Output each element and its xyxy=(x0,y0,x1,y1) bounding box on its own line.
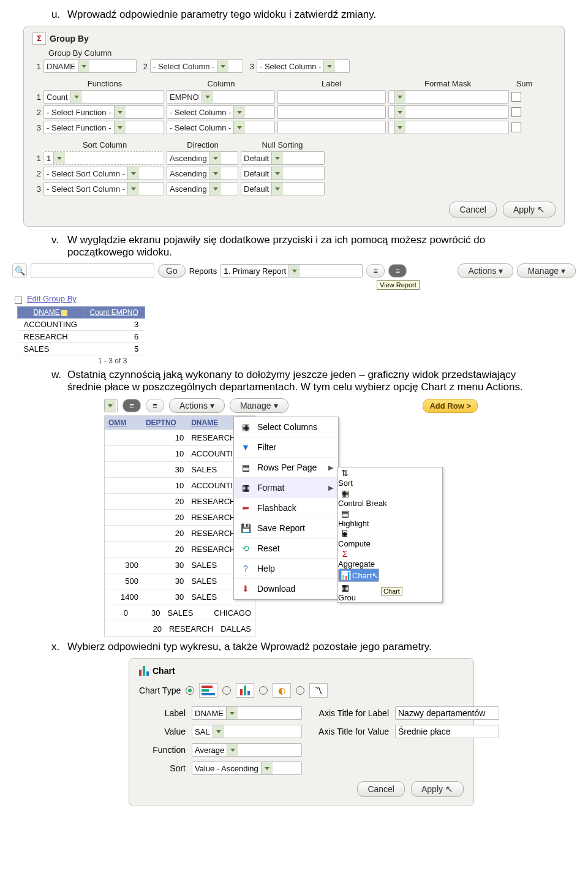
radio-pie[interactable] xyxy=(259,686,268,695)
sort-header: Sort Column Direction Null Sorting xyxy=(32,140,556,149)
group-col2[interactable]: - Select Column - xyxy=(150,59,243,73)
axis-value-input[interactable]: Średnie płace xyxy=(395,725,499,738)
radio-vbar[interactable] xyxy=(222,686,231,695)
mi-download[interactable]: ⬇Download xyxy=(234,579,338,599)
view-toggle-active[interactable]: ≡ xyxy=(123,399,141,412)
label1[interactable] xyxy=(277,90,386,104)
func1[interactable]: Count xyxy=(43,90,164,104)
chart-value[interactable]: SAL xyxy=(192,725,302,738)
highlight-icon: ▤ xyxy=(338,508,352,519)
chevron-down-icon[interactable] xyxy=(217,60,228,72)
col-dname[interactable]: DNAME xyxy=(18,307,83,319)
mi-highlight[interactable]: ▤Highlight xyxy=(338,508,442,528)
mi-aggregate[interactable]: ΣAggregate xyxy=(338,548,442,569)
mi-filter[interactable]: ▼Filter xyxy=(234,437,338,458)
mi-flashback[interactable]: ⬅Flashback xyxy=(234,498,338,518)
search-icon[interactable]: 🔍 xyxy=(12,263,27,278)
label2[interactable] xyxy=(277,105,386,119)
grid-header: OMM DEPTNO DNAME xyxy=(105,416,255,429)
mi-sort[interactable]: ⇅Sort xyxy=(338,467,442,488)
add-row-button[interactable]: Add Row > xyxy=(423,399,478,413)
group-by-panel: Σ Group By Group By Column 1 DNAME 2 - S… xyxy=(23,26,565,227)
view-report-tooltip: View Report xyxy=(377,280,420,290)
flashback-icon: ⬅ xyxy=(239,502,252,513)
manage-button2[interactable]: Manage ▾ xyxy=(230,398,288,413)
dir1[interactable]: Ascending xyxy=(167,151,238,165)
table-row: 140030SALES xyxy=(105,589,255,605)
mi-format[interactable]: ▦Format▶ xyxy=(234,478,338,498)
format-submenu: ⇅Sort ▦Control Break ▤Highlight 🖩Compute… xyxy=(337,467,443,603)
group-col3[interactable]: - Select Column - xyxy=(257,59,350,73)
col-count[interactable]: Count EMPNO xyxy=(83,307,145,319)
columns-icon: ▦ xyxy=(239,421,252,433)
radio-line[interactable] xyxy=(296,686,304,695)
view-toggle[interactable]: ≡ xyxy=(146,399,164,412)
chart-func[interactable]: Average xyxy=(192,743,302,757)
sum3-checkbox[interactable] xyxy=(511,123,521,132)
reports-label: Reports xyxy=(189,266,217,276)
actions-button2[interactable]: Actions ▾ xyxy=(169,398,225,413)
mask3[interactable] xyxy=(388,121,509,134)
func3[interactable]: - Select Function - xyxy=(43,121,164,134)
null3[interactable]: Default xyxy=(241,182,325,195)
radio-hbar[interactable] xyxy=(186,686,194,695)
edit-group-by-link[interactable]: Edit Group By xyxy=(27,294,77,303)
actions-screenshot: ≡ ≡ Actions ▾ Manage ▾ Add Row > OMM DEP… xyxy=(104,398,478,637)
sum1-checkbox[interactable] xyxy=(511,92,521,102)
panel-title: Σ Group By xyxy=(32,32,556,45)
chart-cancel-button[interactable]: Cancel xyxy=(357,781,405,797)
table-row: 50030SALES xyxy=(105,573,255,589)
mi-control-break[interactable]: ▦Control Break xyxy=(338,488,442,508)
table-row: 20RESEARCH xyxy=(105,509,255,525)
label3[interactable] xyxy=(277,121,386,134)
func2[interactable]: - Select Function - xyxy=(43,105,164,119)
manage-button[interactable]: Manage ▾ xyxy=(517,263,576,278)
mi-help[interactable]: ?Help xyxy=(234,559,338,579)
apply-button[interactable]: Apply↖ xyxy=(503,202,556,217)
cancel-button[interactable]: Cancel xyxy=(449,202,497,217)
mask2[interactable] xyxy=(388,105,509,119)
axis-label-input[interactable]: Nazwy departamentów xyxy=(395,706,499,720)
go-button[interactable]: Go xyxy=(158,264,186,278)
group-col1[interactable]: DNAME xyxy=(43,59,137,73)
sortcol3[interactable]: - Select Sort Column - xyxy=(43,182,164,195)
mi-chart[interactable]: 📊Chart↖ xyxy=(338,569,379,582)
chart-apply-button[interactable]: Apply↖ xyxy=(411,781,464,797)
mi-select-columns[interactable]: ▦Select Columns xyxy=(234,417,338,437)
mi-reset[interactable]: ⟲Reset xyxy=(234,539,338,559)
dir3[interactable]: Ascending xyxy=(167,182,238,195)
sortcol1[interactable]: 1 xyxy=(43,151,164,165)
search-input[interactable] xyxy=(31,263,154,278)
null2[interactable]: Default xyxy=(241,167,325,180)
collapse-icon[interactable]: - xyxy=(15,297,22,304)
sum2-checkbox[interactable] xyxy=(511,107,521,117)
table-row: 030SALESCHICAGO xyxy=(105,605,255,621)
view-groupby-toggle[interactable]: ≡ xyxy=(388,264,407,278)
reset-icon: ⟲ xyxy=(239,543,252,554)
chart-sort[interactable]: Value - Ascending xyxy=(192,762,302,775)
table-row: 10ACCOUNTING xyxy=(105,445,255,461)
actions-button[interactable]: Actions ▾ xyxy=(458,263,513,278)
mi-save-report[interactable]: 💾Save Report xyxy=(234,518,338,539)
sigma-icon: Σ xyxy=(32,32,46,45)
view-report-toggle[interactable]: ≡ xyxy=(366,264,385,278)
mi-rows-per-page[interactable]: ▤Rows Per Page▶ xyxy=(234,458,338,478)
fcol1[interactable]: EMPNO xyxy=(167,90,275,104)
vbar-icon xyxy=(236,683,254,698)
sort-asc-icon xyxy=(61,310,67,316)
chart-type-row: Chart Type ◐ 〽 xyxy=(139,683,464,698)
chevron-down-icon[interactable] xyxy=(323,60,335,72)
table-row: 30SALES xyxy=(105,461,255,477)
fcol2[interactable]: - Select Column - xyxy=(167,105,275,119)
null1[interactable]: Default xyxy=(241,151,325,165)
dir2[interactable]: Ascending xyxy=(167,167,238,180)
chart-label[interactable]: DNAME xyxy=(192,706,302,720)
sortcol2[interactable]: - Select Sort Column - xyxy=(43,167,164,180)
fcol3[interactable]: - Select Column - xyxy=(167,121,275,134)
instruction-u: u.Wprowadź odpowiednie parametry tego wi… xyxy=(67,9,576,21)
mask1[interactable] xyxy=(388,90,509,104)
save-icon: 💾 xyxy=(239,523,252,534)
report-select[interactable]: 1. Primary Report xyxy=(221,264,363,278)
mi-compute[interactable]: 🖩Compute xyxy=(338,528,442,548)
chevron-down-icon[interactable] xyxy=(78,60,89,72)
